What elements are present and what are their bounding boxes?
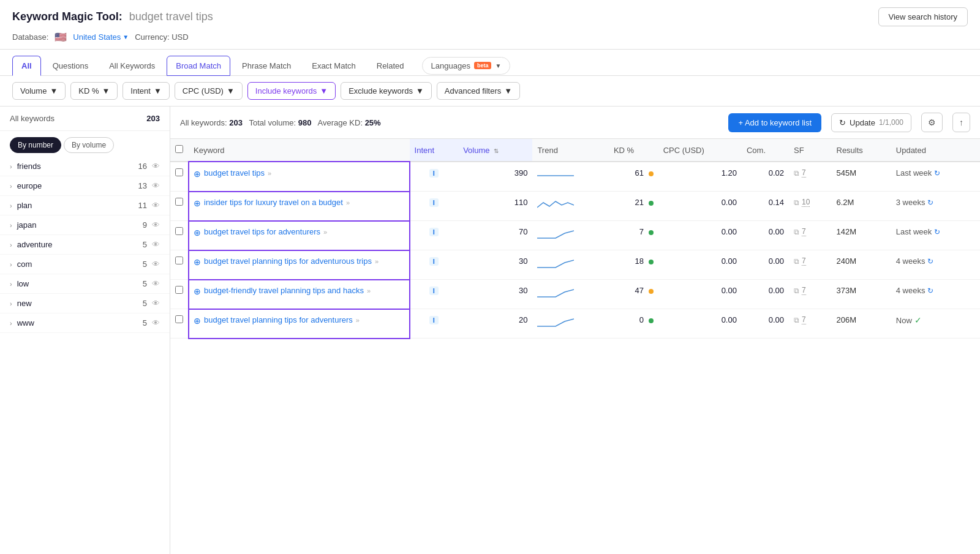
arrow-right-icon: » — [367, 287, 371, 294]
tab-all[interactable]: All — [12, 56, 41, 76]
eye-icon[interactable]: 👁 — [152, 162, 160, 171]
chevron-right-icon: › — [10, 280, 12, 288]
languages-tab[interactable]: Languages beta ▼ — [422, 57, 511, 75]
updated-text: Now ✓ — [896, 315, 975, 325]
sidebar-item[interactable]: › low 5 👁 — [0, 274, 170, 294]
filter-exclude-keywords[interactable]: Exclude keywords ▼ — [341, 82, 432, 100]
sf-cell: ⧉ 7 — [789, 162, 831, 192]
sidebar-item-count: 5 — [143, 299, 147, 308]
intent-badge: I — [429, 228, 439, 236]
col-kd: KD % — [609, 139, 658, 162]
row-checkbox-cell[interactable] — [170, 221, 189, 250]
languages-label: Languages — [431, 61, 470, 70]
intent-cell: I — [410, 309, 459, 339]
keyword-link[interactable]: ⊕ budget-friendly travel planning tips a… — [194, 286, 405, 296]
intent-cell: I — [410, 192, 459, 221]
sidebar-item[interactable]: › japan 9 👁 — [0, 215, 170, 235]
export-button[interactable]: ↑ — [952, 113, 970, 132]
row-checkbox[interactable] — [175, 227, 183, 235]
filter-cpc[interactable]: CPC (USD) ▼ — [175, 82, 243, 100]
sidebar-item[interactable]: › new 5 👁 — [0, 294, 170, 313]
filter-volume[interactable]: Volume ▼ — [12, 82, 66, 100]
intent-cell: I — [410, 280, 459, 309]
row-checkbox-cell[interactable] — [170, 192, 189, 221]
row-checkbox[interactable] — [175, 198, 183, 206]
view-history-button[interactable]: View search history — [878, 7, 968, 26]
eye-icon[interactable]: 👁 — [152, 201, 160, 210]
sf-number: 7 — [802, 315, 806, 324]
sidebar-item-count: 5 — [143, 279, 147, 288]
kd-cell: 21 — [609, 192, 658, 221]
eye-icon[interactable]: 👁 — [152, 318, 160, 328]
row-checkbox[interactable] — [175, 256, 183, 264]
plus-circle-icon: ⊕ — [194, 286, 201, 296]
row-checkbox[interactable] — [175, 286, 183, 294]
filter-include-keywords[interactable]: Include keywords ▼ — [247, 82, 336, 100]
tab-phrase-match[interactable]: Phrase Match — [233, 56, 300, 76]
tab-questions[interactable]: Questions — [43, 56, 98, 76]
row-checkbox-cell[interactable] — [170, 162, 189, 192]
col-updated: Updated — [891, 139, 980, 162]
sf-number: 7 — [802, 256, 806, 266]
select-all-checkbox[interactable] — [175, 145, 183, 153]
sidebar-item[interactable]: › friends 16 👁 — [0, 157, 170, 176]
tab-exact-match[interactable]: Exact Match — [303, 56, 365, 76]
col-results: Results — [832, 139, 891, 162]
kd-cell: 18 — [609, 250, 658, 280]
sf-cell: ⧉ 7 — [789, 309, 831, 339]
row-checkbox[interactable] — [175, 168, 183, 176]
group-by-number[interactable]: By number — [10, 137, 61, 153]
sidebar-item-count: 5 — [143, 260, 147, 269]
row-checkbox[interactable] — [175, 315, 183, 323]
col-sf: SF — [789, 139, 831, 162]
tab-broad-match[interactable]: Broad Match — [167, 56, 230, 76]
filter-advanced[interactable]: Advanced filters ▼ — [437, 82, 520, 100]
col-keyword: Keyword — [189, 139, 410, 162]
row-checkbox-cell[interactable] — [170, 309, 189, 339]
sidebar-item[interactable]: › europe 13 👁 — [0, 176, 170, 196]
sf-cell: ⧉ 7 — [789, 280, 831, 309]
eye-icon[interactable]: 👁 — [152, 260, 160, 269]
sidebar-item[interactable]: › www 5 👁 — [0, 313, 170, 333]
keyword-link[interactable]: ⊕ budget travel tips for adventurers » — [194, 227, 405, 238]
database-link[interactable]: United States ▼ — [73, 32, 129, 42]
keyword-text: budget travel tips for adventurers — [204, 227, 320, 236]
eye-icon[interactable]: 👁 — [152, 181, 160, 190]
sidebar-count: 203 — [146, 114, 160, 123]
group-by-volume[interactable]: By volume — [64, 137, 114, 153]
sidebar-item[interactable]: › com 5 👁 — [0, 255, 170, 274]
sidebar-item[interactable]: › plan 11 👁 — [0, 196, 170, 215]
updated-cell: 4 weeks ↻ — [891, 280, 980, 309]
keyword-link[interactable]: ⊕ insider tips for luxury travel on a bu… — [194, 198, 405, 208]
eye-icon[interactable]: 👁 — [152, 240, 160, 249]
filter-kd[interactable]: KD % ▼ — [70, 82, 118, 100]
sidebar-item[interactable]: › adventure 5 👁 — [0, 235, 170, 255]
keyword-link[interactable]: ⊕ budget travel planning tips for advent… — [194, 256, 405, 267]
sf-copy-icon: ⧉ — [794, 169, 799, 178]
eye-icon[interactable]: 👁 — [152, 220, 160, 230]
row-checkbox-cell[interactable] — [170, 250, 189, 280]
add-to-keyword-list-button[interactable]: + Add to keyword list — [728, 113, 821, 132]
chevron-right-icon: › — [10, 300, 12, 307]
sf-copy-icon: ⧉ — [794, 198, 799, 207]
settings-button[interactable]: ⚙ — [921, 113, 943, 132]
plus-circle-icon: ⊕ — [194, 169, 201, 179]
volume-cell: 70 — [458, 221, 532, 250]
col-volume[interactable]: Volume ⇅ — [458, 139, 532, 162]
tab-related[interactable]: Related — [368, 56, 413, 76]
trend-cell — [532, 250, 609, 280]
sidebar-title: All keywords — [10, 114, 55, 123]
keyword-text: budget travel tips — [204, 168, 265, 178]
chevron-right-icon: › — [10, 163, 12, 170]
cpc-cell: 0.00 — [658, 221, 742, 250]
filter-intent[interactable]: Intent ▼ — [123, 82, 169, 100]
eye-icon[interactable]: 👁 — [152, 299, 160, 308]
row-checkbox-cell[interactable] — [170, 280, 189, 309]
keyword-link[interactable]: ⊕ budget travel tips » — [194, 168, 405, 179]
keyword-link[interactable]: ⊕ budget travel planning tips for advent… — [194, 315, 405, 326]
sf-number: 7 — [802, 168, 806, 178]
update-button[interactable]: ↻ Update 1/1,000 — [831, 113, 911, 132]
eye-icon[interactable]: 👁 — [152, 279, 160, 288]
tab-all-keywords[interactable]: All Keywords — [100, 56, 164, 76]
kd-dot — [649, 171, 654, 176]
